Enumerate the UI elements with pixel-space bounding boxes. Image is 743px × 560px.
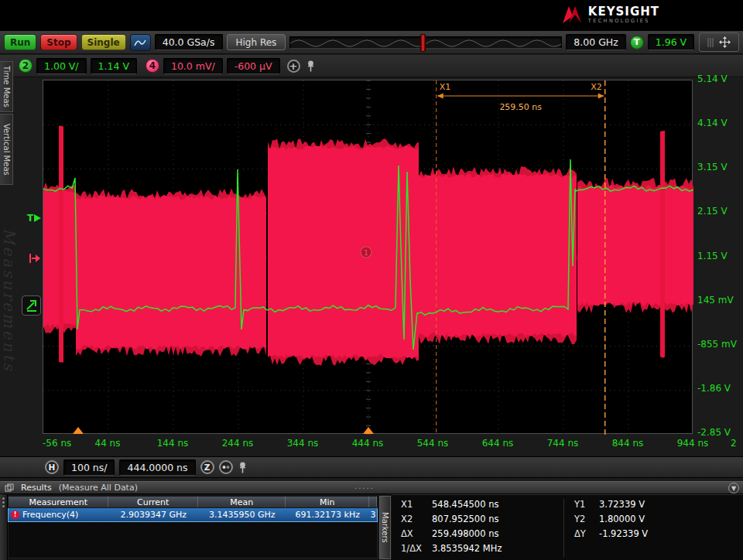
results-grip[interactable]: ..... xyxy=(354,482,375,490)
brand-subtitle: TECHNOLOGIES xyxy=(588,19,659,24)
tab-vertical-meas[interactable]: Vertical Meas xyxy=(0,114,13,185)
measurement-name-cell[interactable]: !Frequency(4) xyxy=(9,508,108,521)
marker-value: 3.72339 V xyxy=(599,499,645,510)
x-axis-label: 44 ns xyxy=(95,438,121,449)
bottom-panel: MeasurementCurrentMeanMin !Frequency(4)2… xyxy=(0,494,743,560)
tab-time-meas[interactable]: Time Meas xyxy=(0,61,13,112)
table-column-header[interactable]: Current xyxy=(108,497,198,507)
ch2-scale-display[interactable]: 1.00 V/ xyxy=(36,58,87,74)
measurement-name: Frequency(4) xyxy=(22,510,78,520)
reference-dots-icon xyxy=(222,465,230,470)
markers-tab[interactable]: Markers xyxy=(379,496,391,559)
keysight-logo: KEYSIGHT TECHNOLOGIES xyxy=(562,5,659,25)
x-axis-label: 344 ns xyxy=(287,438,319,449)
slider-handle[interactable] xyxy=(420,34,426,52)
stop-button[interactable]: Stop xyxy=(40,34,77,50)
y-axis-label: 3.15 V xyxy=(697,162,742,172)
x-axis-label: 644 ns xyxy=(482,438,514,449)
horizontal-position-slider[interactable] xyxy=(289,36,562,49)
zoom-icon[interactable]: Z xyxy=(200,460,214,474)
pan-zoom-button[interactable] xyxy=(699,32,739,52)
x-axis-labels: -56 ns44 ns144 ns244 ns344 ns444 ns544 n… xyxy=(43,438,693,450)
add-channel-button[interactable]: + xyxy=(287,60,300,73)
ch2-ground-marker[interactable] xyxy=(22,295,41,316)
trigger-level-marker[interactable]: T xyxy=(27,213,42,224)
arrows-icon xyxy=(718,36,731,49)
channel-toolbar: 2 1.00 V/ 1.14 V 4 10.0 mV/ -600 µV + xyxy=(0,55,743,77)
x-axis-label: 144 ns xyxy=(157,438,189,449)
single-button[interactable]: Single xyxy=(81,34,126,50)
svg-text:X1: X1 xyxy=(440,82,451,92)
results-scrollbar[interactable] xyxy=(0,494,8,560)
table-column-header[interactable]: Min xyxy=(286,497,369,507)
channel-2-icon[interactable]: 2 xyxy=(19,59,33,73)
marker-label: Y1 xyxy=(574,499,585,510)
brand-name: KEYSIGHT xyxy=(588,5,659,19)
marker-label: 1/ΔX xyxy=(401,543,422,554)
measurement-table-header: MeasurementCurrentMeanMin xyxy=(8,496,378,508)
collapse-chevron-icon[interactable]: ▼ xyxy=(728,483,739,493)
marker-label: Y2 xyxy=(574,514,585,524)
x-axis-label: -56 ns xyxy=(43,438,71,449)
y-axis-label: 2.15 V xyxy=(697,206,742,217)
marker-label: X2 xyxy=(401,514,413,524)
measurement-value-cell: 3.1435950 GHz xyxy=(198,508,286,521)
horizontal-icon[interactable]: H xyxy=(45,460,59,474)
svg-text:1: 1 xyxy=(364,249,368,257)
timebase-display[interactable]: 100 ns/ xyxy=(63,459,115,476)
bandwidth-display[interactable]: 8.00 GHz xyxy=(566,34,625,50)
ch2-ground-icon xyxy=(26,299,38,312)
pin-icon[interactable] xyxy=(306,60,316,73)
svg-text:259.50 ns: 259.50 ns xyxy=(499,102,542,112)
trigger-source-icon[interactable]: T xyxy=(630,36,644,50)
x-axis-label: 244 ns xyxy=(222,438,254,449)
ch4-offset-display[interactable]: -600 µV xyxy=(227,58,280,74)
results-bar[interactable]: Results (Measure All Data) ..... ▼ xyxy=(0,481,743,494)
marker-value: 807.952500 ns xyxy=(432,514,498,524)
top-bar: KEYSIGHT TECHNOLOGIES xyxy=(0,0,743,31)
ch4-ground-marker[interactable] xyxy=(29,252,41,265)
y-axis-label: 4.14 V xyxy=(697,118,742,128)
results-panel-icon xyxy=(5,483,14,493)
marker-value: 548.454500 ns xyxy=(432,499,498,510)
marker-value: 1.80000 V xyxy=(599,514,645,524)
x-axis-label: 944 ns xyxy=(677,438,709,449)
y-axis-label: -855 mV xyxy=(697,339,742,350)
channel-4-icon[interactable]: 4 xyxy=(146,59,159,73)
ch2-offset-display[interactable]: 1.14 V xyxy=(91,58,137,74)
y-axis-label: -2.85 V xyxy=(697,427,742,438)
ch4-scale-display[interactable]: 10.0 mV/ xyxy=(163,58,223,74)
sample-rate-display[interactable]: 40.0 GSa/s xyxy=(155,34,223,50)
keysight-spark-icon xyxy=(562,5,582,25)
run-button[interactable]: Run xyxy=(4,34,36,50)
waveform-canvas: X1X2259.50 ns1 xyxy=(43,80,693,435)
oscilloscope-app: KEYSIGHT TECHNOLOGIES Run Stop Single 40… xyxy=(0,0,743,560)
measurement-table-empty-area xyxy=(8,522,378,558)
y-axis-label: 5.14 V xyxy=(697,73,742,84)
acq-mode-button[interactable]: High Res xyxy=(227,34,286,50)
timebase-reference-icon[interactable] xyxy=(219,460,233,474)
x-axis-channel-indicator: 2 xyxy=(731,438,737,449)
horizontal-position-display[interactable]: 444.0000 ns xyxy=(119,459,195,476)
measurement-row-selected[interactable]: !Frequency(4)2.9039347 GHz3.1435950 GHz6… xyxy=(8,508,378,522)
pin-icon[interactable] xyxy=(238,461,248,474)
svg-text:X2: X2 xyxy=(591,82,602,92)
horizontal-toolbar: H 100 ns/ 444.0000 ns Z xyxy=(0,456,743,478)
x-axis-label: 444 ns xyxy=(352,438,384,449)
trigger-level-display[interactable]: 1.96 V xyxy=(648,34,694,50)
markers-readout-panel: X1548.454500 nsX2807.952500 nsΔX259.4980… xyxy=(392,494,743,560)
y-axis-label: 1.15 V xyxy=(697,251,742,261)
table-column-header[interactable]: Measurement xyxy=(9,497,108,507)
touch-zone-icon[interactable] xyxy=(130,34,151,51)
scope-display[interactable]: X1X2259.50 ns1 xyxy=(43,80,693,434)
x-axis-label: 744 ns xyxy=(547,438,579,449)
marker-value: 259.498000 ns xyxy=(432,528,498,539)
measurement-table[interactable]: MeasurementCurrentMeanMin !Frequency(4)2… xyxy=(8,496,378,558)
results-title: Results xyxy=(21,483,52,493)
y-axis-label: 145 mV xyxy=(697,295,742,306)
marker-value: -1.92339 V xyxy=(599,528,648,539)
table-column-header[interactable]: Mean xyxy=(198,497,286,507)
marker-label: ΔX xyxy=(401,528,413,539)
grip-icon xyxy=(707,37,714,48)
measurement-value-cell: 2.9039347 GHz xyxy=(108,508,198,521)
